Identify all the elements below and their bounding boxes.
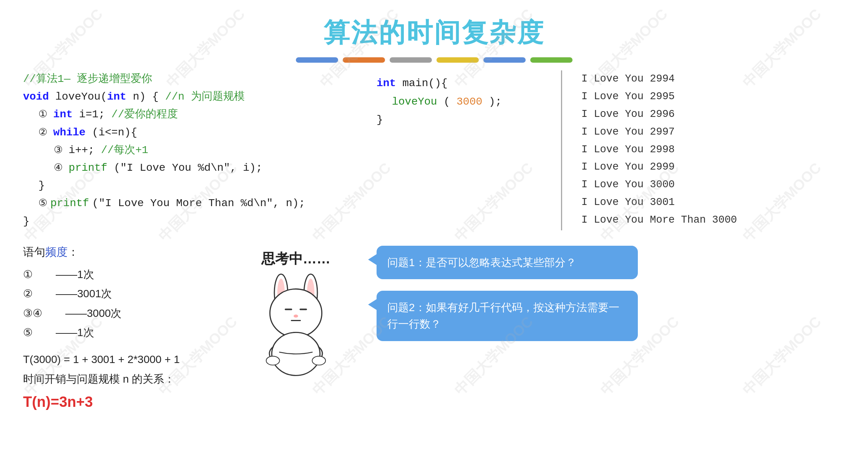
- formula-section: T(3000) = 1 + 3001 + 2*3000 + 1 时间开销与问题规…: [23, 350, 215, 415]
- output-line-1: I Love You 2994: [581, 70, 845, 88]
- output-line-4: I Love You 2997: [581, 123, 845, 141]
- code-section: //算法1— 逐步递增型爱你 void loveYou(int n) { //n…: [23, 70, 338, 230]
- color-bar-item-5: [483, 57, 526, 63]
- output-line-2: I Love You 2995: [581, 88, 845, 106]
- formula1: T(3000) = 1 + 3001 + 2*3000 + 1: [23, 350, 215, 369]
- code-line4: ③ i++; //每次+1: [23, 142, 338, 159]
- frequency-section: 语句频度： ① ——1次 ② ——3001次 ③④ ——3000次 ⑤ ——1次…: [23, 242, 215, 415]
- chat-bubble-2: 问题2：如果有好几千行代码，按这种方法需要一行一行数？: [377, 291, 638, 341]
- color-bar-item-2: [343, 57, 385, 63]
- question-1-text: 问题1：是否可以忽略表达式某些部分？: [387, 256, 576, 268]
- output-line-6: I Love You 2999: [581, 158, 845, 176]
- output-line-3: I Love You 2996: [581, 106, 845, 123]
- main-block: int main(){ loveYou ( 3000 ); }: [338, 70, 549, 230]
- bunny-section: 思考中……: [215, 242, 377, 415]
- freq-label: 语句频度：: [23, 242, 215, 262]
- output-line-8: I Love You 3001: [581, 194, 845, 212]
- freq-item-1: ① ——1次: [23, 265, 215, 284]
- output-line-7: I Love You 3000: [581, 176, 845, 194]
- freq-item-2: ② ——3001次: [23, 284, 215, 303]
- chat-bubble-1: 问题1：是否可以忽略表达式某些部分？: [377, 246, 638, 279]
- code-line2: ① int i=1; //爱你的程度: [23, 106, 338, 123]
- code-comment: //算法1— 逐步递增型爱你: [23, 70, 338, 88]
- chat-section: 问题1：是否可以忽略表达式某些部分？ 问题2：如果有好几千行代码，按这种方法需要…: [377, 242, 845, 415]
- svg-point-11: [312, 356, 325, 365]
- svg-point-10: [266, 356, 280, 365]
- question-2-text: 问题2：如果有好几千行代码，按这种方法需要一行一行数？: [387, 301, 619, 330]
- thinking-text: 思考中……: [261, 250, 330, 268]
- bunny-character: [250, 272, 342, 380]
- svg-point-7: [294, 315, 298, 318]
- main-line3: }: [377, 111, 549, 129]
- color-bar-item-3: [390, 57, 432, 63]
- code-comment-text: //算法1— 逐步递增型爱你: [23, 73, 152, 85]
- code-line3: ② while (i<=n){: [23, 124, 338, 142]
- code-line1: void loveYou(int n) { //n 为问题规模: [23, 88, 338, 106]
- color-bar-item-4: [436, 57, 479, 63]
- color-bar: [0, 57, 868, 63]
- main-line2: loveYou ( 3000 );: [377, 93, 549, 111]
- output-line-5: I Love You 2998: [581, 141, 845, 159]
- code-line6: }: [23, 177, 338, 195]
- color-bar-item-1: [296, 57, 338, 63]
- output-line-9: I Love You More Than 3000: [581, 212, 845, 229]
- code-closing-brace: }: [23, 213, 338, 230]
- code-line7: ⑤ printf ("I Love You More Than %d\n", n…: [23, 195, 338, 212]
- output-section: I Love You 2994 I Love You 2995 I Love Y…: [561, 70, 845, 230]
- bottom-section: 语句频度： ① ——1次 ② ——3001次 ③④ ——3000次 ⑤ ——1次…: [0, 230, 868, 415]
- main-line1: int main(){: [377, 74, 549, 93]
- code-line5: ④ printf ("I Love You %d\n", i);: [23, 159, 338, 177]
- result-formula: T(n)=3n+3: [23, 389, 215, 415]
- formula2: 时间开销与问题规模 n 的关系：: [23, 370, 215, 389]
- page-title: 算法的时间复杂度: [0, 0, 868, 50]
- color-bar-item-6: [530, 57, 573, 63]
- svg-point-4: [270, 289, 322, 337]
- freq-item-3: ③④ ——3000次: [23, 304, 215, 323]
- main-content: //算法1— 逐步递增型爱你 void loveYou(int n) { //n…: [0, 63, 868, 230]
- freq-item-4: ⑤ ——1次: [23, 323, 215, 342]
